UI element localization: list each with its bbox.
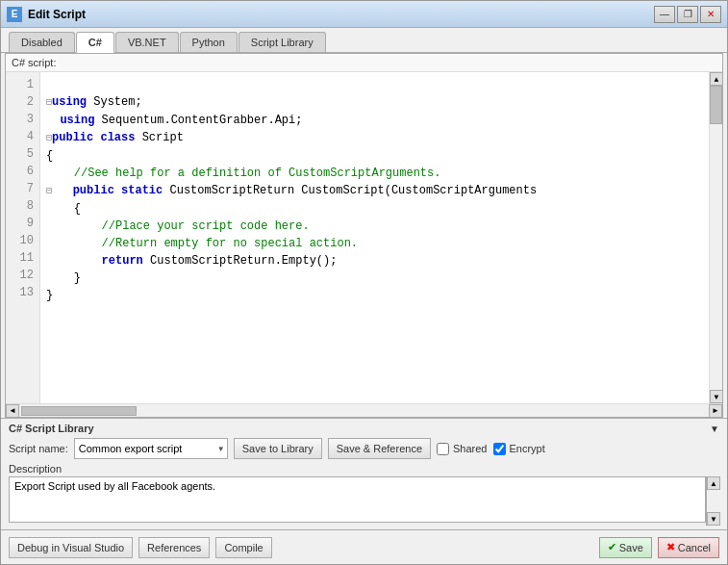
- collapse-icon[interactable]: ▼: [710, 424, 719, 434]
- horizontal-scrollbar[interactable]: ◄ ►: [6, 403, 722, 417]
- restore-button[interactable]: ❐: [677, 6, 698, 23]
- desc-scroll-down[interactable]: ▼: [707, 512, 720, 526]
- tab-disabled[interactable]: Disabled: [9, 32, 75, 52]
- save-button[interactable]: ✔ Save: [599, 537, 652, 558]
- description-label: Description: [9, 463, 719, 475]
- save-button-inner: ✔ Save: [608, 541, 643, 553]
- library-panel-body: Script name: Common export script ▼ Save…: [9, 438, 719, 526]
- script-name-label: Script name:: [9, 443, 68, 454]
- code-wrapper: 1 2 3 4 5 6 7 8 9 10 11 12 13 ⊟using Sys…: [6, 72, 709, 403]
- window-icon: E: [7, 7, 22, 22]
- window-title: Edit Script: [28, 8, 654, 21]
- line-numbers: 1 2 3 4 5 6 7 8 9 10 11 12 13: [6, 72, 40, 403]
- scroll-right-button[interactable]: ►: [709, 404, 722, 418]
- scroll-thumb[interactable]: [710, 86, 722, 124]
- tab-vbnet[interactable]: VB.NET: [115, 32, 179, 52]
- description-textarea[interactable]: Export Script used by all Facebook agent…: [9, 476, 706, 523]
- tab-csharp[interactable]: C#: [76, 32, 114, 53]
- script-label: C# script:: [6, 54, 722, 72]
- save-check-icon: ✔: [608, 541, 616, 553]
- library-row1: Script name: Common export script ▼ Save…: [9, 438, 719, 459]
- textarea-wrapper: Export Script used by all Facebook agent…: [9, 476, 719, 526]
- desc-scroll-up[interactable]: ▲: [707, 476, 720, 490]
- encrypt-checkbox[interactable]: [493, 443, 506, 455]
- library-panel-title: C# Script Library: [9, 423, 94, 434]
- tab-script-library[interactable]: Script Library: [238, 32, 326, 52]
- encrypt-checkbox-group: Encrypt: [493, 443, 545, 455]
- tabs-bar: Disabled C# VB.NET Python Script Library: [1, 28, 727, 53]
- library-panel: C# Script Library ▼ Script name: Common …: [1, 418, 727, 529]
- shared-checkbox[interactable]: [437, 443, 449, 455]
- save-reference-button[interactable]: Save & Reference: [328, 438, 431, 459]
- content-area: C# script: 1 2 3 4 5 6 7 8 9 10 11 12 1: [5, 53, 723, 418]
- shared-label: Shared: [453, 443, 487, 454]
- code-editor: 1 2 3 4 5 6 7 8 9 10 11 12 13 ⊟using Sys…: [6, 72, 722, 403]
- title-bar: E Edit Script — ❐ ✕: [1, 1, 727, 28]
- shared-checkbox-group: Shared: [437, 443, 487, 455]
- debug-button[interactable]: Debug in Visual Studio: [9, 537, 133, 558]
- script-name-select[interactable]: Common export script: [79, 443, 223, 454]
- save-to-library-button[interactable]: Save to Library: [234, 438, 322, 459]
- cancel-button[interactable]: ✖ Cancel: [658, 537, 719, 558]
- cancel-x-icon: ✖: [666, 541, 675, 553]
- bottom-bar-right: ✔ Save ✖ Cancel: [599, 537, 719, 558]
- vertical-scrollbar[interactable]: ▲ ▼: [709, 72, 722, 403]
- bottom-bar: Debug in Visual Studio References Compil…: [1, 529, 727, 564]
- tab-python[interactable]: Python: [180, 32, 238, 52]
- h-scroll-thumb[interactable]: [21, 406, 137, 416]
- h-scroll-track[interactable]: [21, 406, 707, 416]
- scroll-down-button[interactable]: ▼: [710, 390, 722, 403]
- desc-scroll-track: [707, 490, 719, 512]
- close-button[interactable]: ✕: [700, 6, 721, 23]
- minimize-button[interactable]: —: [654, 6, 675, 23]
- scroll-up-button[interactable]: ▲: [710, 72, 722, 86]
- scroll-left-button[interactable]: ◄: [6, 404, 19, 418]
- scroll-track[interactable]: [710, 86, 722, 390]
- description-scrollbar[interactable]: ▲ ▼: [706, 476, 719, 526]
- references-button[interactable]: References: [138, 537, 210, 558]
- description-section: Description Export Script used by all Fa…: [9, 463, 719, 526]
- library-panel-header: C# Script Library ▼: [9, 423, 719, 438]
- cancel-button-inner: ✖ Cancel: [666, 541, 711, 553]
- code-content[interactable]: ⊟using System; using Sequentum.ContentGr…: [40, 72, 709, 403]
- compile-button[interactable]: Compile: [215, 537, 271, 558]
- title-bar-buttons: — ❐ ✕: [654, 6, 721, 23]
- script-name-select-wrapper: Common export script ▼: [74, 438, 228, 459]
- edit-script-window: E Edit Script — ❐ ✕ Disabled C# VB.NET P…: [0, 0, 728, 565]
- encrypt-label: Encrypt: [510, 443, 545, 454]
